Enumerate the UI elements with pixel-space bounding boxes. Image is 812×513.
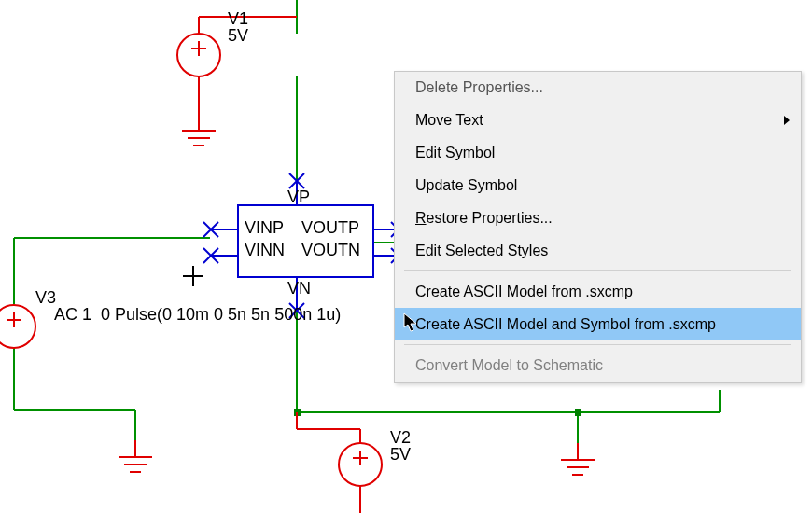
v3-params: AC 1 0 Pulse(0 10m 0 5n 5n 500n 1u) xyxy=(54,305,341,324)
menu-convert-model-to-schematic: Convert Model to Schematic xyxy=(395,349,801,381)
svg-point-31 xyxy=(0,305,35,348)
menu-create-ascii-model[interactable]: Create ASCII Model from .sxcmp xyxy=(395,275,801,308)
v2-value: 5V xyxy=(390,445,411,464)
menu-create-ascii-model-symbol[interactable]: Create ASCII Model and Symbol from .sxcm… xyxy=(395,308,801,340)
block-pin-voutp: VOUTP xyxy=(301,218,359,237)
svg-rect-13 xyxy=(575,409,581,416)
block-pin-vn: VN xyxy=(287,279,311,298)
menu-update-symbol[interactable]: Update Symbol xyxy=(395,169,801,201)
component-v3[interactable] xyxy=(0,305,35,348)
v3-ref: V3 xyxy=(35,288,56,307)
v1-value: 5V xyxy=(228,26,248,45)
v2-ref: V2 xyxy=(390,428,411,447)
v1-ref: V1 xyxy=(228,9,248,28)
menu-restore-properties[interactable]: Restore Properties... xyxy=(395,201,801,234)
block-pin-voutn: VOUTN xyxy=(301,241,360,259)
submenu-arrow-icon xyxy=(784,116,790,125)
ground-v3 xyxy=(119,440,152,472)
menu-separator xyxy=(404,270,791,271)
ground-v1 xyxy=(182,110,216,146)
menu-edit-selected-styles[interactable]: Edit Selected Styles xyxy=(395,234,801,267)
menu-delete-properties[interactable]: Delete Properties... xyxy=(395,71,801,104)
menu-move-text[interactable]: Move Text xyxy=(395,104,801,136)
context-menu: Delete Properties... Move Text Edit Symb… xyxy=(394,71,802,383)
menu-separator xyxy=(404,344,791,345)
block-pin-vinp: VINP xyxy=(245,218,284,237)
block-pin-vp: VP xyxy=(287,187,310,206)
ground-right xyxy=(561,443,595,475)
component-v2[interactable] xyxy=(297,412,382,513)
menu-edit-symbol[interactable]: Edit Symbol xyxy=(395,136,801,169)
block-pin-vinn: VINN xyxy=(245,241,285,259)
